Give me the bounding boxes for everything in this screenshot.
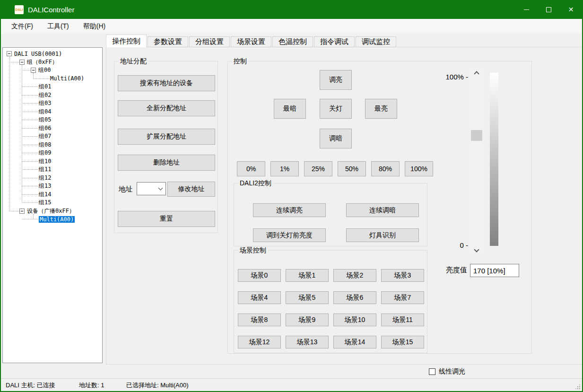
tree-item-group08[interactable]: 组08 [3,141,102,149]
statusbar: DALI 主机: 已连接 地址数: 1 已选择地址: Multi(A00) [1,378,582,391]
percent-1-button[interactable]: 1% [270,161,299,176]
address-allocation-group: 地址分配 搜索有地址的设备 全新分配地址 扩展分配地址 删除地址 地址 修改地址… [114,61,218,233]
collapse-icon[interactable] [19,60,25,65]
chevron-up-icon[interactable] [474,71,479,76]
slider-max-label: 100% - [408,73,468,81]
assign-extended-address-button[interactable]: 扩展分配地址 [118,129,215,145]
tab-color-temp-control[interactable]: 色温控制 [272,36,313,47]
tree-item-group05[interactable]: 组05 [3,116,102,124]
tree-item-group-root[interactable]: 组（0xFF） [3,58,102,67]
menu-tools[interactable]: 工具(T) [40,19,76,34]
scene-14-button[interactable]: 场景14 [333,336,376,348]
scene-1-button[interactable]: 场景1 [286,269,329,282]
status-selected-address: 已选择地址: Multi(A00) [126,381,188,390]
brightness-value-field[interactable]: 170 [10%] [470,264,519,277]
scrollbar-thumb[interactable] [471,130,482,141]
group-title: 地址分配 [118,57,148,66]
tree-item-dali-usb[interactable]: DALI USB(0001) [3,50,102,58]
tab-parameter-settings[interactable]: 参数设置 [148,36,188,47]
percent-50-button[interactable]: 50% [338,161,366,176]
app-window: DALI DALIController ✕ 文件(F) 工具(T) 帮助(H) … [0,0,583,392]
minimize-icon [524,9,529,10]
tree-item-device-broadcast[interactable]: 设备（广播0xFF） [3,207,102,216]
scene-2-button[interactable]: 场景2 [333,269,376,282]
address-combobox[interactable] [137,182,166,195]
tab-page-operation: 地址分配 搜索有地址的设备 全新分配地址 扩展分配地址 删除地址 地址 修改地址… [106,47,583,365]
assign-new-address-button[interactable]: 全新分配地址 [118,100,215,116]
maximize-button[interactable] [538,0,560,19]
control-group: 控制 调亮 最暗 关灯 最亮 调暗 0% 1% 25% 50% 80% 100%… [227,61,532,354]
menu-file[interactable]: 文件(F) [4,19,40,34]
scene-13-button[interactable]: 场景13 [286,336,329,348]
scene-4-button[interactable]: 场景4 [238,291,281,304]
tree-item-group01[interactable]: 组01 [3,83,102,91]
tree-item-group02[interactable]: 组02 [3,91,102,100]
chevron-down-icon[interactable] [474,247,479,252]
tree-item-multi-a00[interactable]: Multi(A00) [3,75,102,83]
darken-button[interactable]: 调暗 [320,129,352,148]
delete-address-button[interactable]: 删除地址 [118,155,215,171]
collapse-icon[interactable] [31,68,36,73]
percent-80-button[interactable]: 80% [371,161,400,176]
tree-item-group14[interactable]: 组14 [3,191,102,199]
tree-item-group04[interactable]: 组04 [3,108,102,116]
tree-item-group06[interactable]: 组06 [3,124,102,133]
maximize-icon [546,7,551,12]
close-icon: ✕ [568,6,574,13]
app-icon: DALI [15,5,24,14]
tree-item-group12[interactable]: 组12 [3,174,102,183]
tab-grouping-settings[interactable]: 分组设置 [189,36,230,47]
continuous-darken-button[interactable]: 连续调暗 [346,203,419,217]
continuous-brighten-button[interactable]: 连续调亮 [253,203,326,217]
scene-5-button[interactable]: 场景5 [286,291,329,304]
tab-strip: 操作控制 参数设置 分组设置 场景设置 色温控制 指令调试 调试监控 [106,35,396,47]
tree-item-group10[interactable]: 组10 [3,157,102,166]
percent-0-button[interactable]: 0% [237,161,265,176]
tab-operation-control[interactable]: 操作控制 [106,35,147,47]
minimize-button[interactable] [515,0,538,19]
luminaire-identify-button[interactable]: 灯具识别 [346,228,419,242]
tree-item-group09[interactable]: 组09 [3,149,102,157]
tree-item-group11[interactable]: 组11 [3,166,102,174]
scene-12-button[interactable]: 场景12 [238,336,281,348]
scene-7-button[interactable]: 场景7 [381,291,424,304]
tree-item-group03[interactable]: 组03 [3,99,102,108]
close-button[interactable]: ✕ [560,0,582,19]
recall-pre-off-level-button[interactable]: 调到关灯前亮度 [253,228,326,242]
scene-10-button[interactable]: 场景10 [333,314,376,326]
tab-command-debug[interactable]: 指令调试 [314,36,355,47]
tree-item-group07[interactable]: 组07 [3,132,102,141]
menu-help[interactable]: 帮助(H) [76,19,113,34]
window-title: DALIController [28,6,74,14]
scene-6-button[interactable]: 场景6 [333,291,376,304]
tree-item-group00[interactable]: 组00 [3,66,102,75]
brightness-scrollbar[interactable] [470,68,483,255]
brighten-button[interactable]: 调亮 [320,70,352,90]
dimmest-button[interactable]: 最暗 [274,99,306,119]
tab-debug-monitor[interactable]: 调试监控 [356,36,396,47]
percent-25-button[interactable]: 25% [304,161,332,176]
tree-item-multi-a00-selected[interactable]: Multi(A00) [3,215,102,224]
percent-100-button[interactable]: 100% [405,161,433,176]
linear-dimming-checkbox[interactable] [429,368,435,375]
group-title: 控制 [232,57,249,66]
light-off-button[interactable]: 关灯 [320,99,352,119]
tree-item-group13[interactable]: 组13 [3,182,102,191]
scene-9-button[interactable]: 场景9 [286,314,329,326]
scene-0-button[interactable]: 场景0 [238,269,281,282]
reset-button[interactable]: 重置 [118,211,215,227]
tab-scene-settings[interactable]: 场景设置 [231,36,271,47]
scene-8-button[interactable]: 场景8 [238,314,281,326]
scene-15-button[interactable]: 场景15 [381,336,424,348]
scene-3-button[interactable]: 场景3 [381,269,424,282]
tree-item-group15[interactable]: 组15 [3,199,102,207]
collapse-icon[interactable] [7,51,12,56]
search-addressed-devices-button[interactable]: 搜索有地址的设备 [118,75,215,91]
brightest-button[interactable]: 最亮 [365,99,397,119]
collapse-icon[interactable] [19,209,25,214]
scene-11-button[interactable]: 场景11 [381,314,424,326]
dali2-control-group: DALI2控制 连续调亮 连续调暗 调到关灯前亮度 灯具识别 [234,183,427,246]
resize-grip-icon[interactable] [579,388,580,389]
scene-button-grid: 场景0 场景1 场景2 场景3 场景4 场景5 场景6 场景7 场景8 场景9 … [238,269,424,348]
modify-address-button[interactable]: 修改地址 [167,182,215,197]
